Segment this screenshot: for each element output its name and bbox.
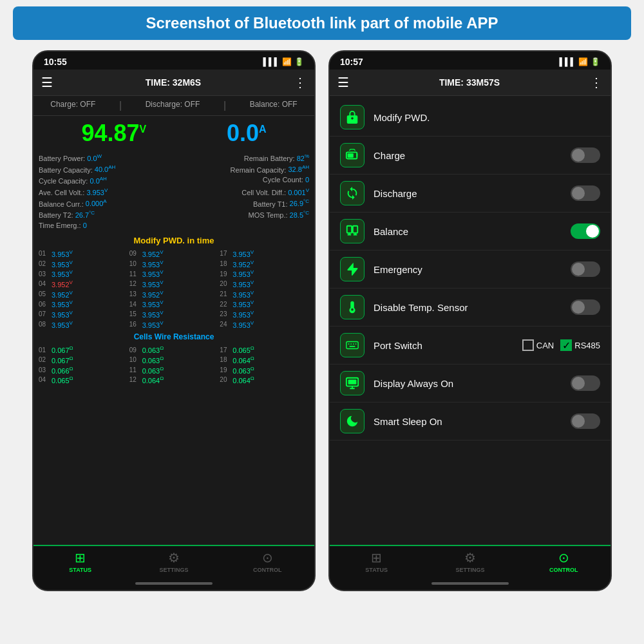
cell-val: 3.953V — [142, 310, 164, 319]
cell-num: 03 — [39, 270, 49, 278]
resistance-item: 200.064Ω — [220, 375, 309, 384]
cell-val: 3.953V — [142, 299, 164, 308]
right-nav-status[interactable]: ⊞ STATUS — [330, 550, 423, 573]
cell-item: 063.953V — [39, 299, 128, 308]
toggle-switch[interactable] — [571, 375, 600, 391]
control-nav-icon: ⊙ — [262, 550, 273, 565]
cell-val: 3.953V — [142, 320, 164, 329]
control-item[interactable]: Disable Temp. Sensor — [330, 289, 611, 327]
control-item[interactable]: Emergency — [330, 251, 611, 289]
data-grid: Battery Power: 0.0W Remain Battery: 82% … — [33, 151, 314, 232]
control-item[interactable]: Discharge — [330, 175, 611, 213]
right-app-header: ☰ TIME: 33M57S ⋮ — [330, 70, 611, 96]
control-item[interactable]: Display Always On — [330, 365, 611, 402]
res-num: 03 — [39, 366, 49, 374]
control-icon-wrap — [340, 409, 365, 433]
right-status-icons: ▌▌▌ 📶 🔋 — [559, 57, 600, 66]
cell-item: 193.953V — [220, 269, 309, 278]
resistance-item: 040.065Ω — [39, 375, 128, 384]
right-header-title: TIME: 33M57S — [439, 77, 500, 88]
control-list: Modify PWD.ChargeDischargeBalanceEmergen… — [330, 96, 611, 443]
cell-item: 143.953V — [129, 299, 219, 308]
control-item[interactable]: Balance — [330, 213, 611, 251]
cell-val: 3.953V — [52, 249, 73, 258]
right-wifi-icon: 📶 — [578, 57, 588, 66]
left-status-icons: ▌▌▌ 📶 🔋 — [263, 57, 304, 66]
control-icon-wrap — [340, 371, 365, 395]
cells-grid: 013.953V093.952V173.953V023.953V103.953V… — [33, 248, 314, 330]
right-phone: 10:57 ▌▌▌ 📶 🔋 ☰ TIME: 33M57S ⋮ Modify PW… — [328, 50, 612, 591]
cell-num: 23 — [220, 310, 230, 317]
res-num: 20 — [220, 376, 230, 383]
discharge-status: Discharge: OFF — [146, 100, 200, 111]
balance-curr-row: Balance Curr.: 0.000A Battery T1: 26.9°C — [39, 198, 309, 209]
toggle-switch[interactable] — [571, 147, 600, 163]
control-item[interactable]: Modify PWD. — [330, 99, 611, 137]
cell-num: 05 — [39, 290, 49, 298]
control-icon-wrap — [340, 143, 365, 167]
res-num: 01 — [39, 346, 49, 354]
toggle-switch[interactable] — [571, 299, 600, 315]
cell-item: 043.952V — [39, 279, 128, 289]
cell-num: 16 — [129, 321, 140, 328]
toggle-switch[interactable] — [571, 185, 600, 201]
cell-item: 113.953V — [129, 269, 219, 278]
left-nav-control[interactable]: ⊙ CONTROL — [221, 550, 314, 573]
cell-num: 01 — [39, 250, 49, 257]
toggle-switch[interactable] — [571, 413, 600, 429]
control-item[interactable]: Charge — [330, 137, 611, 175]
settings-nav-label: SETTINGS — [159, 567, 188, 573]
left-nav-status[interactable]: ⊞ STATUS — [33, 550, 127, 573]
cell-val: 3.953V — [232, 310, 254, 319]
header-banner: Screenshot of Bluetooth link part of mob… — [13, 6, 631, 40]
cell-num: 15 — [129, 310, 140, 317]
control-label: Port Switch — [374, 340, 513, 351]
cell-num: 02 — [39, 260, 49, 267]
left-app-header: ☰ TIME: 32M6S ⋮ — [33, 70, 314, 96]
svg-rect-3 — [353, 226, 357, 233]
svg-rect-1 — [348, 153, 354, 157]
battery-t2-row: Battery T2: 26.7°C MOS Temp.: 28.5°C — [39, 209, 309, 220]
left-home-indicator — [33, 577, 314, 590]
resistance-item: 090.063Ω — [129, 345, 219, 354]
control-icon-wrap — [340, 105, 365, 129]
cell-val: 3.953V — [232, 320, 254, 329]
can-checkbox[interactable] — [522, 339, 534, 351]
balance-status: Balance: OFF — [250, 100, 298, 111]
left-status-bar: 10:55 ▌▌▌ 📶 🔋 — [33, 52, 314, 70]
right-phone-content: Modify PWD.ChargeDischargeBalanceEmergen… — [330, 96, 611, 545]
right-home-bar — [431, 582, 509, 585]
main-readings: 94.87V 0.0A — [33, 116, 314, 151]
rs485-checkbox[interactable]: ✓ — [560, 339, 572, 351]
rs485-checkbox-item[interactable]: ✓ RS485 — [560, 339, 600, 351]
left-more-icon[interactable]: ⋮ — [294, 75, 307, 90]
toggle-switch[interactable] — [571, 261, 600, 277]
cell-val: 3.952V — [52, 290, 73, 299]
control-item[interactable]: Port Switch CAN ✓ RS485 — [330, 327, 611, 365]
control-label: Smart Sleep On — [374, 416, 562, 427]
right-more-icon[interactable]: ⋮ — [590, 75, 603, 90]
left-header-title: TIME: 32M6S — [146, 77, 201, 88]
right-menu-icon[interactable]: ☰ — [337, 75, 349, 90]
left-nav-settings[interactable]: ⚙ SETTINGS — [127, 550, 220, 573]
can-checkbox-item[interactable]: CAN — [522, 339, 554, 351]
cell-num: 14 — [129, 301, 140, 308]
discharge-value: OFF — [184, 100, 200, 109]
res-num: 10 — [129, 356, 140, 363]
res-num: 11 — [129, 366, 140, 374]
control-icon-wrap — [340, 181, 365, 205]
cell-num: 10 — [129, 260, 140, 267]
control-item[interactable]: Smart Sleep On — [330, 402, 611, 440]
res-num: 09 — [129, 346, 140, 354]
cell-item: 173.953V — [220, 249, 309, 258]
resistance-item: 180.064Ω — [220, 355, 309, 365]
toggle-switch[interactable] — [571, 223, 600, 239]
right-nav-settings[interactable]: ⚙ SETTINGS — [423, 550, 516, 573]
control-label: Balance — [374, 226, 562, 237]
right-status-bar: 10:57 ▌▌▌ 📶 🔋 — [330, 52, 611, 70]
left-phone-content: Charge: OFF | Discharge: OFF | Balance: … — [33, 96, 314, 545]
cell-val: 3.953V — [52, 260, 73, 269]
right-nav-control[interactable]: ⊙ CONTROL — [517, 550, 611, 573]
left-menu-icon[interactable]: ☰ — [41, 75, 53, 90]
time-emerg-row: Time Emerg.: 0 — [39, 220, 309, 231]
